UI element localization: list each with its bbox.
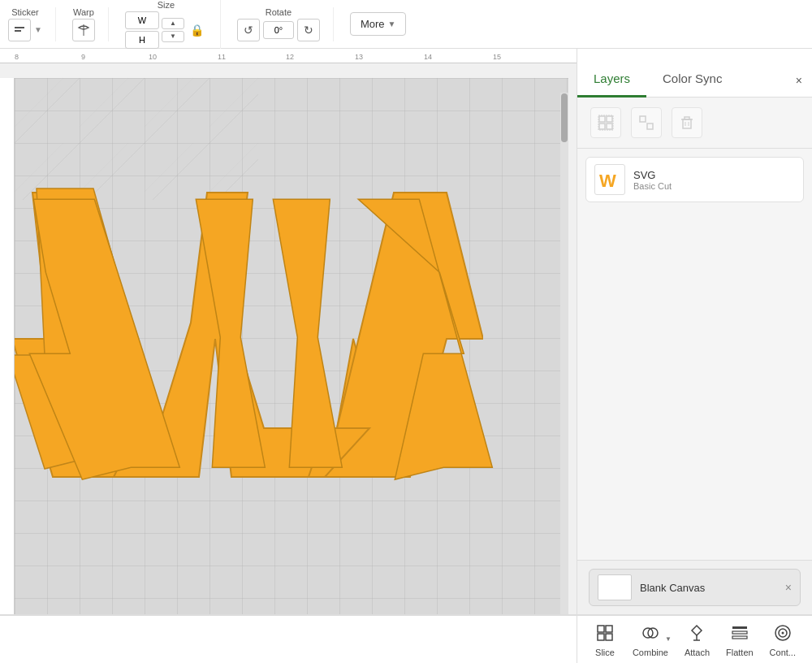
ruler-tick-12: 12 (286, 53, 294, 61)
size-label: Size (158, 0, 175, 10)
svg-rect-21 (647, 124, 653, 129)
svg-rect-28 (598, 626, 604, 632)
svg-rect-17 (599, 124, 605, 129)
slice-label: Slice (595, 648, 615, 657)
svg-rect-29 (606, 626, 612, 632)
attach-svg-icon (687, 623, 706, 643)
ungroup-icon (638, 115, 654, 131)
tab-layers-label: Layers (594, 72, 630, 85)
slice-tool[interactable]: Slice (594, 622, 616, 657)
svg-text:W: W (599, 171, 616, 191)
svg-marker-14 (358, 199, 492, 479)
more-chevron-icon: ▼ (388, 20, 396, 28)
ruler-tick-11: 11 (218, 53, 226, 61)
canvas-column: 8 9 10 11 12 13 14 15 (0, 49, 577, 614)
bottom-row: Slice Combine ▼ (0, 614, 812, 663)
size-control: Size ▲ ▼ 🔒 (125, 0, 207, 49)
height-input[interactable] (125, 31, 159, 49)
rotate-section: Rotate ↺ ↻ (237, 7, 334, 41)
sticker-arrow: ▼ (34, 25, 42, 34)
contour-tool[interactable]: Cont... (770, 622, 796, 657)
layer-thumbnail-icon: W (598, 167, 622, 192)
tab-color-sync-label: Color Sync (663, 72, 722, 85)
warp-label: Warp (73, 7, 94, 17)
rotate-input[interactable] (263, 21, 294, 39)
scrollbar-right[interactable] (560, 93, 568, 614)
delete-btn[interactable] (672, 107, 702, 138)
attach-icon (685, 622, 708, 644)
attach-tool[interactable]: Attach (685, 622, 710, 657)
lock-icon: 🔒 (187, 24, 207, 37)
canvas-thumbnail (598, 574, 632, 600)
more-label: More (361, 18, 385, 30)
sticker-icon (13, 24, 26, 37)
rotate-label: Rotate (266, 7, 292, 17)
more-button[interactable]: More ▼ (350, 12, 407, 36)
ruler-left (0, 78, 15, 614)
canvas-bottom-panel: Blank Canvas × (577, 560, 812, 614)
ruler-ticks: 8 9 10 11 12 13 14 15 (0, 49, 577, 63)
warp-icon (76, 23, 91, 37)
svg-point-41 (781, 632, 784, 635)
ungroup-btn[interactable] (631, 107, 662, 138)
w-logo-main[interactable] (21, 191, 500, 483)
group-btn[interactable] (590, 107, 621, 138)
svg-marker-12 (196, 199, 265, 467)
svg-rect-20 (640, 116, 646, 122)
svg-marker-13 (273, 199, 342, 467)
svg-rect-19 (598, 115, 613, 130)
ruler-tick-15: 15 (493, 53, 501, 61)
svg-rect-30 (598, 634, 604, 640)
width-input[interactable] (125, 11, 159, 29)
tab-color-sync[interactable]: Color Sync (646, 72, 738, 98)
layers-content: W SVG Basic Cut (577, 149, 812, 560)
flatten-tool[interactable]: Flatten (726, 622, 754, 657)
sticker-btn[interactable] (8, 19, 31, 41)
sticker-label: Sticker (11, 7, 39, 17)
canvas-wrapper[interactable] (15, 78, 568, 614)
svg-rect-1 (15, 30, 21, 32)
combine-dropdown-icon: ▼ (665, 635, 672, 643)
ruler-tick-9: 9 (81, 53, 85, 61)
tab-layers[interactable]: Layers (577, 72, 646, 98)
panel-actions (577, 98, 812, 149)
warp-btn[interactable] (72, 19, 95, 41)
width-up-btn[interactable]: ▲ (162, 18, 184, 29)
canvas-close-icon[interactable]: × (785, 581, 792, 594)
rotate-ccw-btn[interactable]: ↺ (237, 19, 260, 41)
svg-rect-22 (683, 119, 691, 128)
layer-info: SVG Basic Cut (633, 169, 795, 191)
slice-svg-icon (595, 623, 615, 643)
flatten-svg-icon (730, 623, 749, 643)
sticker-control: Sticker ▼ (8, 7, 42, 41)
layer-name: SVG (633, 169, 795, 181)
app-container: Sticker ▼ Warp (0, 0, 812, 663)
svg-rect-36 (732, 626, 747, 629)
warp-section: Warp (72, 7, 109, 41)
layer-item-svg[interactable]: W SVG Basic Cut (585, 157, 804, 202)
ruler-top: 8 9 10 11 12 13 14 15 (0, 49, 577, 63)
panel-tabs: Layers Color Sync × (577, 49, 812, 98)
width-down-btn[interactable]: ▼ (162, 31, 184, 42)
ruler-tick-13: 13 (355, 53, 363, 61)
contour-icon (771, 622, 794, 644)
layer-type: Basic Cut (633, 181, 795, 191)
flatten-icon (728, 622, 751, 644)
panel-close-btn[interactable]: × (786, 74, 812, 97)
right-panel: Layers Color Sync × (577, 49, 812, 614)
svg-rect-37 (732, 631, 747, 634)
warp-control: Warp (72, 7, 95, 41)
contour-svg-icon (773, 623, 793, 643)
combine-tool[interactable]: Combine ▼ (633, 622, 668, 657)
svg-marker-11 (29, 199, 179, 479)
trash-icon (679, 115, 695, 131)
combine-svg-icon (641, 623, 660, 643)
scrollbar-thumb[interactable] (561, 93, 568, 142)
bottom-canvas-spacer (0, 615, 577, 663)
size-section: Size ▲ ▼ 🔒 (125, 0, 221, 49)
rotate-cw-btn[interactable]: ↻ (297, 19, 320, 41)
blank-canvas-item[interactable]: Blank Canvas × (589, 569, 801, 606)
attach-label: Attach (685, 648, 710, 657)
bottom-panel-tools: Slice Combine ▼ (577, 615, 812, 663)
combine-icon (639, 622, 662, 644)
